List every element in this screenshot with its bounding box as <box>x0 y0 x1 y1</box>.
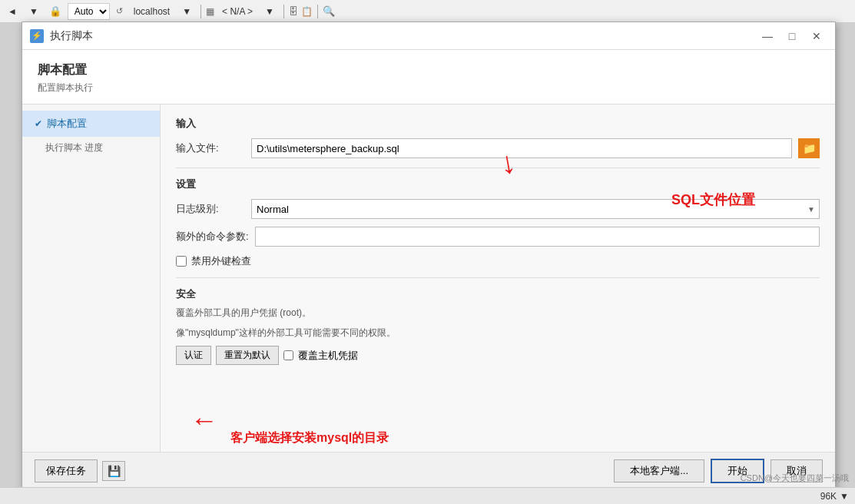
security-section: 安全 覆盖外部工具的用户凭据 (root)。 像"mysqldump"这样的外部… <box>176 287 820 365</box>
divider2 <box>176 277 820 278</box>
csdn-watermark: CSDN@今天也要四菜一汤哦 <box>741 472 849 484</box>
main-footer-buttons: 本地客户端... 开始 取消 <box>173 459 823 483</box>
titlebar-controls: — □ ✕ <box>757 27 827 45</box>
dialog-content: 输入 输入文件: 📁 设置 日志级别: Normal Verbose Debug <box>161 104 835 452</box>
auth-button[interactable]: 认证 <box>176 346 211 365</box>
sep3 <box>317 5 318 18</box>
dialog-body: ✔ 脚本配置 执行脚本 进度 输入 输入文件: 📁 设置 日志级别: <box>22 104 835 452</box>
toolbar-arrow-left[interactable]: ◄ <box>3 5 22 18</box>
extra-params-label: 额外的命令参数: <box>176 230 249 244</box>
dialog-footer: 保存任务 💾 本地客户端... 开始 取消 <box>22 452 835 489</box>
save-icon: 💾 <box>108 465 121 477</box>
dialog-title: 执行脚本 <box>50 29 93 43</box>
sep1 <box>200 5 201 18</box>
toolbar-host[interactable]: localhost <box>129 5 174 18</box>
toolbar-refresh-icon: ↺ <box>113 6 126 16</box>
save-task-button[interactable]: 保存任务 <box>35 459 98 482</box>
sidebar-item-script-config[interactable]: ✔ 脚本配置 <box>22 111 160 137</box>
toolbar-mode-select[interactable]: Auto <box>68 3 110 20</box>
minimize-button[interactable]: — <box>757 27 778 45</box>
log-level-select[interactable]: Normal Verbose Debug <box>251 199 820 219</box>
zoom-level: 96K ▼ <box>820 491 849 502</box>
extra-params-row: 额外的命令参数: <box>176 227 820 247</box>
settings-section-title: 设置 <box>176 177 820 191</box>
dialog-sidebar: ✔ 脚本配置 执行脚本 进度 <box>22 104 161 452</box>
override-checkbox[interactable] <box>283 350 293 360</box>
dialog-header-title: 脚本配置 <box>38 62 820 78</box>
input-file-field[interactable] <box>251 138 792 158</box>
toolbar-nav[interactable]: < N/A > <box>217 5 257 18</box>
top-toolbar: ◄ ▼ 🔒 Auto ↺ localhost ▼ ▦ < N/A > ▼ 🗄 📋… <box>0 0 855 23</box>
toolbar-arrow2[interactable]: ▼ <box>177 5 196 18</box>
toolbar-db-icon2: 📋 <box>301 6 313 17</box>
log-level-row: 日志级别: Normal Verbose Debug ▼ <box>176 199 820 219</box>
maximize-button[interactable]: □ <box>781 27 803 45</box>
disable-fk-checkbox[interactable] <box>176 256 187 267</box>
local-client-button[interactable]: 本地客户端... <box>614 459 704 482</box>
security-buttons: 认证 重置为默认 覆盖主机凭据 <box>176 346 820 365</box>
extra-params-field[interactable] <box>255 227 820 247</box>
security-title: 安全 <box>176 287 820 301</box>
log-level-select-wrapper: Normal Verbose Debug ▼ <box>251 199 820 219</box>
input-file-row: 输入文件: 📁 <box>176 138 820 158</box>
sidebar-item-script-config-label: 脚本配置 <box>47 117 87 131</box>
dialog-icon: ⚡ <box>30 29 44 43</box>
execute-script-dialog: ⚡ 执行脚本 — □ ✕ 脚本配置 配置脚本执行 ✔ 脚本配置 执行脚本 进度 … <box>22 22 836 490</box>
close-button[interactable]: ✕ <box>806 27 827 45</box>
bottom-status-bar: 96K ▼ <box>0 487 855 504</box>
dialog-titlebar: ⚡ 执行脚本 — □ ✕ <box>22 22 835 50</box>
toolbar-table-icon: ▦ <box>206 6 214 17</box>
dialog-header: 脚本配置 配置脚本执行 <box>22 50 835 104</box>
override-label[interactable]: 覆盖主机凭据 <box>298 349 358 363</box>
toolbar-db-icon: 🗄 <box>289 6 298 17</box>
sidebar-footer-buttons: 保存任务 💾 <box>35 459 173 482</box>
dialog-header-sub: 配置脚本执行 <box>38 81 820 94</box>
save-task-icon-button[interactable]: 💾 <box>102 461 125 481</box>
browse-file-button[interactable]: 📁 <box>798 138 820 158</box>
toolbar-search-icon: 🔍 <box>323 5 335 17</box>
toolbar-arrow-down[interactable]: ▼ <box>25 5 43 18</box>
divider1 <box>176 167 820 168</box>
check-icon: ✔ <box>35 118 42 129</box>
input-section-title: 输入 <box>176 117 820 131</box>
reset-button[interactable]: 重置为默认 <box>216 346 279 365</box>
security-text2: 像"mysqldump"这样的外部工具可能需要不同的权限。 <box>176 326 820 340</box>
disable-fk-row: 禁用外键检查 <box>176 254 820 268</box>
toolbar-lock-icon: 🔒 <box>46 5 65 17</box>
folder-icon: 📁 <box>803 142 816 154</box>
disable-fk-label[interactable]: 禁用外键检查 <box>191 254 251 268</box>
security-text1: 覆盖外部工具的用户凭据 (root)。 <box>176 306 820 320</box>
input-file-label: 输入文件: <box>176 141 245 155</box>
toolbar-nav-down[interactable]: ▼ <box>260 5 279 18</box>
sep2 <box>283 5 284 18</box>
log-level-label: 日志级别: <box>176 202 245 216</box>
sidebar-item-progress[interactable]: 执行脚本 进度 <box>22 137 160 159</box>
